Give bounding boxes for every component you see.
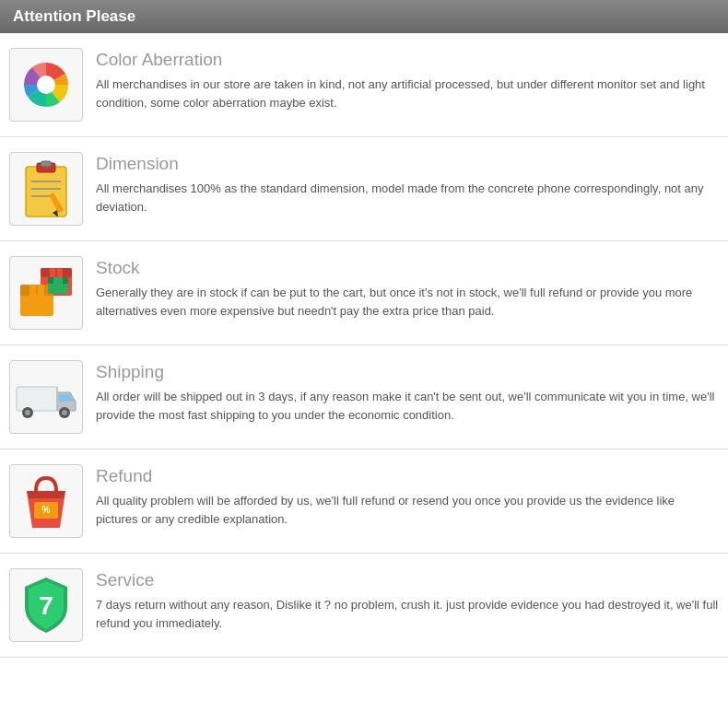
items-container: Color Aberration All merchandises in our…: [0, 33, 728, 658]
dimension-content: Dimension All merchandises 100% as the s…: [96, 152, 719, 216]
refund-title: Refund: [96, 466, 719, 486]
svg-rect-3: [41, 161, 52, 167]
header-title: Attention Please: [13, 7, 135, 25]
list-item: % Refund All quality problem will be aff…: [0, 449, 728, 554]
color-aberration-content: Color Aberration All merchandises in our…: [96, 48, 719, 111]
list-item: Stock Generally they are in stock if can…: [0, 241, 728, 345]
refund-desc: All quality problem will be afforded by …: [96, 492, 719, 528]
service-desc: 7 days return without any reason, Dislik…: [96, 596, 719, 632]
svg-rect-20: [17, 387, 57, 411]
refund-icon: %: [9, 464, 83, 538]
color-aberration-title: Color Aberration: [96, 50, 719, 70]
service-icon: 7: [9, 568, 83, 642]
svg-text:%: %: [42, 505, 51, 515]
color-aberration-icon: [9, 48, 83, 122]
dimension-title: Dimension: [96, 154, 719, 174]
refund-content: Refund All quality problem will be affor…: [96, 464, 719, 528]
header: Attention Please: [0, 0, 728, 33]
svg-point-22: [25, 410, 30, 415]
list-item: Shipping All order will be shipped out i…: [0, 345, 728, 449]
color-aberration-desc: All merchandises in our store are taken …: [96, 76, 719, 111]
dimension-desc: All merchandises 100% as the standard di…: [96, 180, 719, 216]
stock-content: Stock Generally they are in stock if can…: [96, 256, 719, 320]
svg-point-24: [62, 410, 67, 415]
dimension-icon: [9, 152, 83, 226]
stock-icon: [9, 256, 83, 330]
svg-point-0: [37, 76, 55, 94]
shipping-content: Shipping All order will be shipped out i…: [96, 360, 719, 424]
list-item: Dimension All merchandises 100% as the s…: [0, 137, 728, 241]
svg-text:7: 7: [39, 591, 53, 620]
shipping-icon: [9, 360, 83, 434]
list-item: 7 Service 7 days return without any reas…: [0, 554, 728, 658]
stock-title: Stock: [96, 258, 719, 278]
service-title: Service: [96, 570, 719, 590]
list-item: Color Aberration All merchandises in our…: [0, 33, 728, 137]
service-content: Service 7 days return without any reason…: [96, 568, 719, 632]
svg-rect-19: [53, 277, 63, 284]
stock-desc: Generally they are in stock if can be pu…: [96, 284, 719, 320]
shipping-desc: All order will be shipped out in 3 days,…: [96, 388, 719, 424]
shipping-title: Shipping: [96, 362, 719, 382]
